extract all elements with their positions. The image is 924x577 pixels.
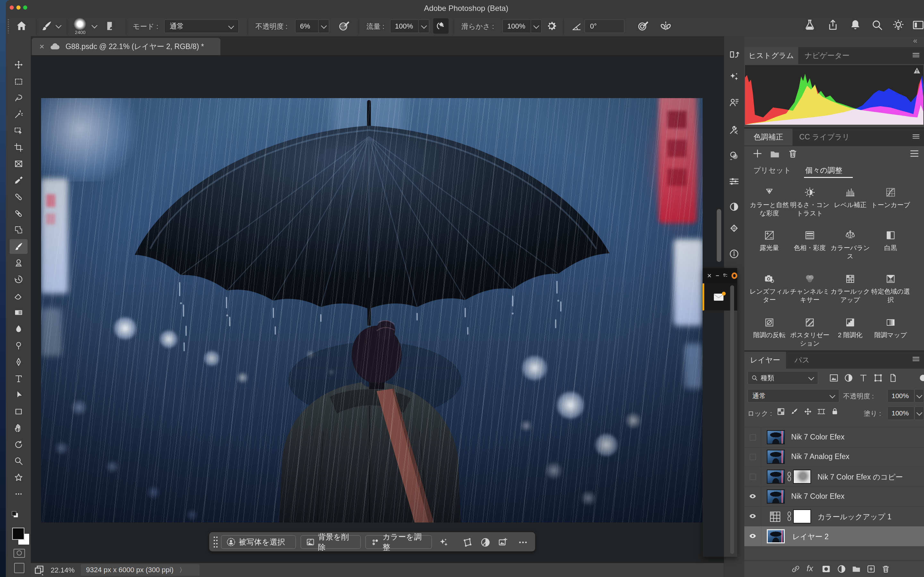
tool-frame[interactable] xyxy=(10,156,27,171)
subtab-individual[interactable]: 個々の調整 xyxy=(805,165,843,175)
document-tab[interactable]: × G88.psdc @ 22.1% (レイヤー 2, RGB/8) * xyxy=(32,38,220,55)
tool-rotate-view[interactable] xyxy=(10,437,27,452)
tool-gradient[interactable] xyxy=(10,305,27,320)
adjustment-curves[interactable]: トーンカーブ xyxy=(871,185,911,209)
tool-brush[interactable] xyxy=(10,239,27,254)
brush-settings-panel-icon[interactable] xyxy=(105,20,118,32)
layer-name[interactable]: カラールックアップ 1 xyxy=(817,512,892,522)
mask-link-icon[interactable] xyxy=(786,471,792,482)
brush-tool-preset-icon[interactable] xyxy=(40,20,53,32)
filter-smart-object-icon[interactable] xyxy=(888,373,898,383)
layer-filter-select[interactable]: 種類 xyxy=(748,371,818,385)
adjustment-layer-icon[interactable] xyxy=(769,510,782,523)
dock-icon-ai-sparkle[interactable] xyxy=(728,71,740,83)
layer-row[interactable]: Nik 7 Color Efex xyxy=(744,427,924,448)
filter-clipped-icon[interactable] xyxy=(918,373,924,383)
foreground-color-swatch[interactable] xyxy=(12,528,24,540)
select-subject-button[interactable]: 被写体を選択 xyxy=(221,535,296,549)
histogram-warning-icon[interactable] xyxy=(913,67,921,74)
layer-row[interactable]: カラールックアップ 1 xyxy=(744,506,924,527)
layer-row[interactable]: Nik 7 Color Efex のコピー xyxy=(744,467,924,487)
angle-input[interactable]: 0° xyxy=(585,19,624,33)
layer-name[interactable]: Nik 7 Analog Efex xyxy=(791,452,850,461)
pressure-size-icon[interactable] xyxy=(637,20,649,32)
panels-collapse-chevrons[interactable]: « xyxy=(913,36,917,45)
tool-lasso[interactable] xyxy=(10,90,27,105)
tool-hand[interactable] xyxy=(10,421,27,435)
tool-custom-shape[interactable] xyxy=(10,470,27,485)
layer-thumbnail[interactable] xyxy=(767,490,785,504)
new-group-folder-icon[interactable] xyxy=(769,149,780,160)
tool-marquee[interactable] xyxy=(10,74,27,89)
tool-clone-stamp[interactable] xyxy=(10,255,27,270)
layer-thumbnail[interactable] xyxy=(767,470,785,484)
panel-menu-icon[interactable] xyxy=(912,133,920,140)
tool-healing-brush[interactable] xyxy=(10,206,27,221)
adjustment-brightness-contrast[interactable]: 明るさ・コントラスト xyxy=(790,185,830,218)
zoom-level[interactable]: 22.14% xyxy=(51,566,75,574)
discover-lightbulb-icon[interactable] xyxy=(892,19,905,31)
airbrush-toggle[interactable] xyxy=(433,18,449,34)
adjustment-gradient-map[interactable]: 階調マップ xyxy=(871,316,911,339)
dock-icon-clone-source[interactable] xyxy=(728,48,740,61)
artboards-icon[interactable] xyxy=(33,564,45,576)
close-tab-icon[interactable]: × xyxy=(39,42,44,52)
add-mask-icon[interactable] xyxy=(821,564,831,574)
visibility-toggle[interactable] xyxy=(750,474,756,480)
visibility-eye-icon[interactable] xyxy=(749,493,756,500)
close-icon[interactable] xyxy=(707,273,712,279)
opacity-input[interactable]: 6% xyxy=(295,19,319,33)
screen-mode-button[interactable] xyxy=(14,563,24,573)
mask-link-icon[interactable] xyxy=(786,511,792,522)
smoothing-dropdown[interactable] xyxy=(531,19,541,33)
share-icon[interactable] xyxy=(827,19,839,31)
lock-artboard-icon[interactable] xyxy=(817,407,826,416)
delete-trash-icon[interactable] xyxy=(787,148,798,159)
new-group-icon[interactable] xyxy=(851,564,861,574)
layer-thumbnail[interactable] xyxy=(767,450,785,464)
adjust-color-button[interactable]: カラーを調整 xyxy=(365,535,432,549)
tool-spot-healing[interactable] xyxy=(10,189,27,204)
layer-row[interactable]: Nik 7 Analog Efex xyxy=(744,447,924,467)
panel-menu-icon[interactable] xyxy=(912,52,920,59)
tool-dodge[interactable] xyxy=(10,338,27,353)
adjustment-invert[interactable]: 階調の反転 xyxy=(749,316,790,339)
minimize-window-button[interactable] xyxy=(16,5,21,10)
default-colors-icon[interactable] xyxy=(11,510,19,519)
vertical-scrollbar[interactable] xyxy=(717,209,721,262)
pressure-opacity-icon[interactable] xyxy=(338,20,351,32)
tab-navigator[interactable]: ナビゲーター xyxy=(798,47,856,64)
lock-position-icon[interactable] xyxy=(803,407,813,416)
tab-adjustments[interactable]: 色調補正 xyxy=(744,129,792,145)
visibility-eye-icon[interactable] xyxy=(749,533,756,539)
panel-menu-icon[interactable] xyxy=(912,356,920,363)
flow-input[interactable]: 100% xyxy=(390,19,419,33)
visibility-eye-icon[interactable] xyxy=(749,513,756,519)
mode-select[interactable]: 通常 xyxy=(164,19,239,33)
smoothing-input[interactable]: 100% xyxy=(502,19,531,33)
tool-pen[interactable] xyxy=(10,355,27,369)
adjustment-threshold[interactable]: 2 階調化 xyxy=(830,316,871,339)
subtab-presets[interactable]: プリセット xyxy=(753,165,791,175)
home-button[interactable] xyxy=(15,20,27,32)
visibility-toggle[interactable] xyxy=(750,454,756,460)
smoothing-gear-icon[interactable] xyxy=(545,20,557,32)
filter-shape-layers-icon[interactable] xyxy=(873,373,883,383)
notifications-bell-icon[interactable] xyxy=(849,19,862,31)
tab-layers[interactable]: レイヤー xyxy=(744,351,786,369)
layer-thumbnail[interactable] xyxy=(767,529,785,543)
filter-adjustment-layers-icon[interactable] xyxy=(844,373,853,383)
adjustment-hue-saturation[interactable]: 色相・彩度 xyxy=(790,228,830,252)
layer-name[interactable]: Nik 7 Color Efex のコピー xyxy=(817,472,903,482)
adjustment-color-lookup[interactable]: カラールックアップ xyxy=(830,272,871,304)
adjustment-posterize[interactable]: ポスタリゼーション xyxy=(790,316,830,348)
search-icon[interactable] xyxy=(871,19,884,31)
nik-plugin-panel[interactable] xyxy=(703,268,737,557)
fill-dropdown[interactable] xyxy=(914,406,924,420)
layer-opacity-input[interactable]: 100% xyxy=(887,389,914,403)
canvas-image[interactable] xyxy=(41,98,703,522)
tool-move[interactable] xyxy=(10,57,27,72)
fill-input[interactable]: 100% xyxy=(887,406,914,420)
dock-icon-patterns[interactable] xyxy=(728,222,740,235)
adjustment-channel-mixer[interactable]: チャンネルミキサー xyxy=(790,272,830,304)
